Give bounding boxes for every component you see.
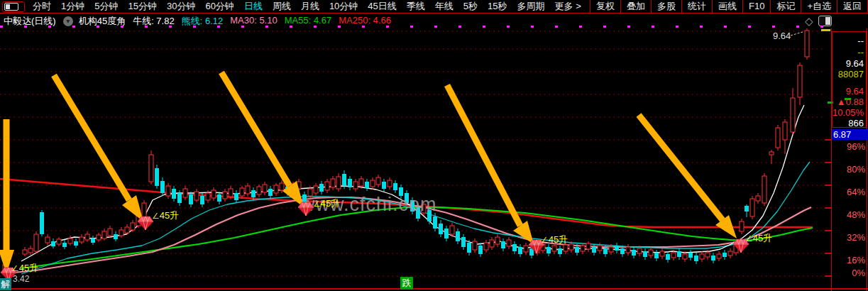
candle-up <box>705 253 710 257</box>
period-tab[interactable]: 10分钟 <box>324 0 363 13</box>
period-tab[interactable]: 周线 <box>268 0 296 13</box>
toolbar-button[interactable]: 标记 <box>770 0 801 13</box>
toolbar-button[interactable]: 返回 <box>837 0 868 13</box>
candle-up <box>495 237 500 244</box>
toolbar-button[interactable]: 叠加 <box>620 0 651 13</box>
candle-up <box>756 196 760 201</box>
candle-down <box>319 184 324 192</box>
period-tab[interactable]: 季线 <box>402 0 430 13</box>
quote-value: 10.05% <box>833 107 864 118</box>
candle-up <box>649 250 653 256</box>
candle-up <box>314 186 318 193</box>
candle-up <box>370 180 375 187</box>
split-view-icon[interactable] <box>818 16 832 26</box>
period-tab[interactable]: 分时 <box>28 0 56 13</box>
candle-up <box>473 241 477 250</box>
candle-up <box>34 234 38 251</box>
candle-up <box>717 254 721 258</box>
candle-down <box>694 256 698 261</box>
percent-label: 16% <box>847 255 865 265</box>
percent-label: 48% <box>847 209 865 220</box>
candle-up <box>206 193 210 200</box>
period-tab[interactable]: 60分钟 <box>200 0 238 13</box>
candle-up <box>762 176 767 203</box>
candle-down <box>575 247 579 253</box>
candle-down <box>200 196 204 204</box>
candle-up <box>57 239 61 244</box>
candle-up <box>484 243 488 250</box>
signal-label: ∠45升 <box>313 198 340 209</box>
candle-up <box>97 235 101 240</box>
candle-up <box>353 182 358 189</box>
window-icon[interactable] <box>2 1 25 12</box>
period-tab[interactable]: 多周期 <box>512 0 550 13</box>
candle-down <box>723 253 727 257</box>
current-price: 6.87 <box>833 129 851 140</box>
candle-down <box>439 224 443 234</box>
candle-up <box>194 192 199 200</box>
signal-label: ∠45升 <box>541 234 568 245</box>
candle-down <box>654 253 659 258</box>
candle-up <box>626 247 630 253</box>
candle-up <box>769 152 774 155</box>
candle-down <box>268 189 273 196</box>
candle-up <box>598 246 602 251</box>
quote-value: 9.64 <box>846 86 864 97</box>
candle-down <box>433 216 437 229</box>
candle-down <box>444 229 449 238</box>
candle-up <box>569 244 573 250</box>
toolbar-button[interactable]: F10 <box>742 0 770 13</box>
candle-down <box>666 254 670 260</box>
candle-up <box>683 254 687 259</box>
candle-down <box>512 244 517 251</box>
diamond-tool-icon[interactable]: ◇ <box>805 16 813 26</box>
candle-down <box>160 181 165 193</box>
candle-down <box>189 194 193 204</box>
candle-down <box>177 193 182 203</box>
period-tab[interactable]: 45日线 <box>363 0 401 13</box>
bottom-badge-jie[interactable]: 解 <box>0 278 11 290</box>
candle-down <box>172 189 176 199</box>
toolbar-button[interactable]: 统计 <box>681 0 712 13</box>
period-tab[interactable]: 更多 > <box>550 0 586 13</box>
candle-up <box>564 245 568 251</box>
period-tab[interactable]: 15秒 <box>483 0 512 13</box>
quote-value: 9.64 <box>846 58 864 69</box>
candle-up <box>671 253 676 258</box>
current-price-box: 6.87 <box>832 129 868 140</box>
toolbar-button[interactable]: 多股 <box>651 0 681 13</box>
period-tab[interactable]: 5秒 <box>458 0 483 13</box>
candle-down <box>62 243 67 247</box>
percent-label: 64% <box>847 187 865 197</box>
candle-up <box>125 227 129 233</box>
candle-up <box>240 188 244 196</box>
candle-down <box>251 190 256 197</box>
percent-label: 0% <box>852 268 865 278</box>
candle-down <box>711 256 715 260</box>
candle-up <box>791 98 795 132</box>
candle-up <box>149 155 153 182</box>
period-tab[interactable]: 年线 <box>430 0 458 13</box>
candle-up <box>183 189 187 197</box>
period-tab[interactable]: 15分钟 <box>123 0 161 13</box>
price-pointer-line <box>791 32 803 35</box>
chevron-down-icon[interactable]: ▾ <box>63 16 73 26</box>
annotation-arrow <box>447 85 520 226</box>
toolbar-button[interactable]: +自选 <box>801 0 837 13</box>
candle-down <box>677 251 681 257</box>
candlestick-chart[interactable]: www.cfchi.com ∠45升∠45升∠45升∠45升∠45升9.643.… <box>0 28 868 291</box>
candle-up <box>637 248 642 253</box>
period-tab[interactable]: 30分钟 <box>162 0 200 13</box>
candle-up <box>85 234 89 240</box>
bottom-badge-die[interactable]: 跌 <box>400 277 413 290</box>
candle-up <box>102 231 106 238</box>
period-tab[interactable]: 5分钟 <box>89 0 123 13</box>
candle-up <box>325 182 329 190</box>
period-tab[interactable]: 1分钟 <box>56 0 89 13</box>
period-tab[interactable]: 日线 <box>239 0 268 13</box>
toolbar-button[interactable]: 画线 <box>712 0 742 13</box>
toolbar-button[interactable]: 复权 <box>590 0 620 13</box>
candle-up <box>783 122 787 140</box>
candle-down <box>592 247 596 253</box>
period-tab[interactable]: 月线 <box>296 0 324 13</box>
